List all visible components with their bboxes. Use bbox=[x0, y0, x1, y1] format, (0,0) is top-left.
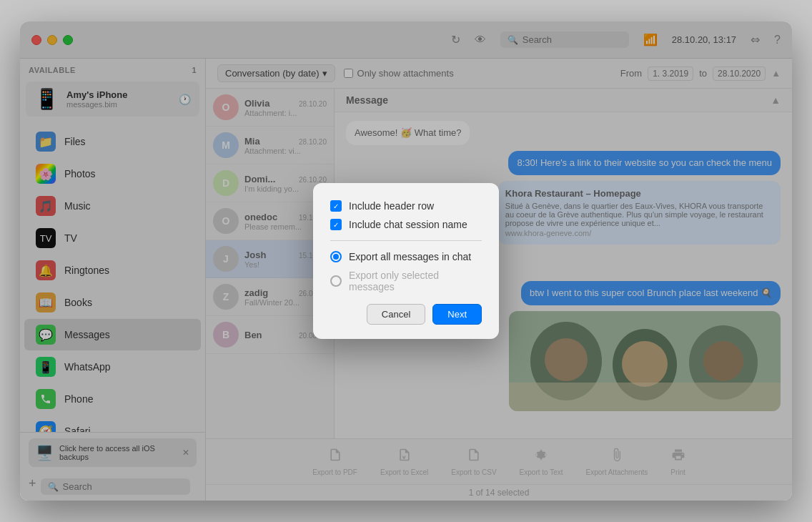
session-name-option[interactable]: ✓ Include chat session name bbox=[330, 219, 482, 230]
modal-buttons: Cancel Next bbox=[330, 304, 482, 325]
header-row-option[interactable]: ✓ Include header row bbox=[330, 200, 482, 212]
main-window: ↻ 👁 🔍 📶 28.10.20, 13:17 ⇔ ? AVAILABLE 1 … bbox=[20, 21, 792, 501]
session-name-label: Include chat session name bbox=[349, 219, 467, 230]
selected-messages-label: Export only selected messages bbox=[349, 270, 482, 292]
modal-options: ✓ Include header row ✓ Include chat sess… bbox=[330, 200, 482, 292]
modal-overlay: ✓ Include header row ✓ Include chat sess… bbox=[20, 21, 792, 501]
selected-messages-radio[interactable] bbox=[330, 275, 342, 287]
cancel-button[interactable]: Cancel bbox=[367, 304, 425, 325]
modal-divider bbox=[330, 240, 482, 241]
modal-dialog: ✓ Include header row ✓ Include chat sess… bbox=[313, 183, 499, 339]
next-button[interactable]: Next bbox=[432, 304, 482, 325]
selected-messages-option[interactable]: Export only selected messages bbox=[330, 270, 482, 292]
all-messages-radio[interactable] bbox=[330, 251, 342, 262]
header-row-label: Include header row bbox=[349, 200, 434, 212]
session-name-checkbox[interactable]: ✓ bbox=[330, 219, 342, 230]
all-messages-label: Export all messages in chat bbox=[349, 251, 471, 262]
all-messages-option[interactable]: Export all messages in chat bbox=[330, 251, 482, 262]
header-row-checkbox[interactable]: ✓ bbox=[330, 200, 342, 212]
